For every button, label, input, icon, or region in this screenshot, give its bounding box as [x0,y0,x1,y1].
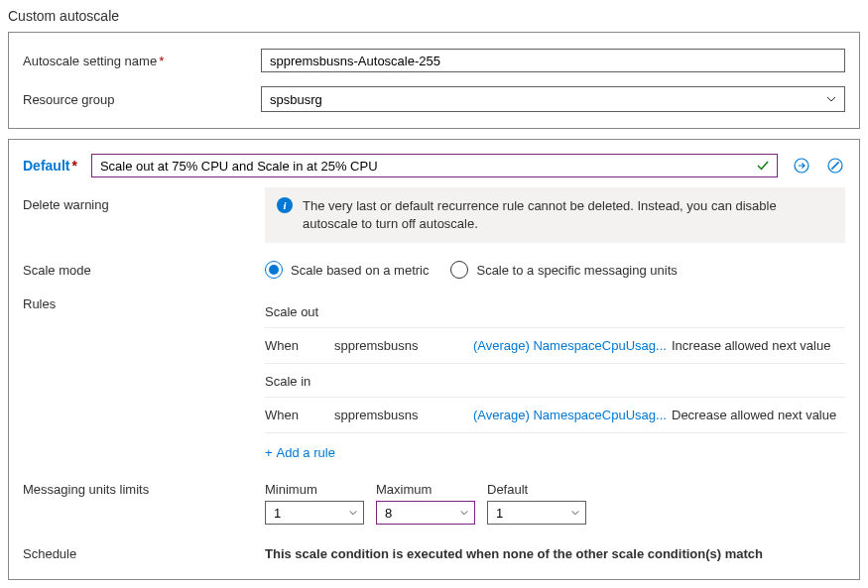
scale-mode-radio-group: Scale based on a metric Scale to a speci… [265,261,845,279]
scale-mode-specific-radio[interactable]: Scale to a specific messaging units [450,261,677,279]
plus-icon: + [265,445,273,460]
rules-label: Rules [23,296,265,311]
delete-warning-text: The very last or default recurrence rule… [303,197,833,233]
cancel-icon[interactable] [825,156,845,176]
scale-in-rule-row: When sppremsbusns (Average) NamespaceCpu… [265,398,845,433]
confirm-icon[interactable] [792,156,811,176]
rule-when-label: When [265,338,334,353]
checkmark-icon [756,159,770,173]
scale-out-title: Scale out [265,296,845,328]
condition-panel: Default* Delete warning i The very last … [8,139,860,580]
default-label: Default [487,482,586,497]
required-asterisk: * [159,54,164,68]
page-title: Custom autoscale [8,8,860,24]
rule-resource: sppremsbusns [334,338,473,353]
scale-mode-metric-radio[interactable]: Scale based on a metric [265,261,429,279]
rule-when-label: When [265,408,334,422]
schedule-text: This scale condition is executed when no… [265,546,845,561]
condition-name-input[interactable] [91,154,778,177]
schedule-label: Schedule [23,546,265,561]
maximum-label: Maximum [376,482,475,497]
required-asterisk: * [71,158,76,174]
condition-header: Default* [9,140,859,187]
rule-metric-link[interactable]: (Average) NamespaceCpuUsag... [473,338,672,353]
maximum-select[interactable]: 8 [376,501,475,525]
info-icon: i [277,197,293,213]
delete-warning-label: Delete warning [23,187,265,212]
autoscale-name-label: Autoscale setting name* [23,54,261,68]
condition-default-label: Default* [23,158,77,174]
settings-panel: Autoscale setting name* Resource group s… [8,32,860,129]
scale-in-title: Scale in [265,366,845,398]
resource-group-select[interactable]: spsbusrg [261,86,845,112]
autoscale-name-input[interactable] [261,49,845,72]
default-select[interactable]: 1 [487,501,586,525]
rule-metric-link[interactable]: (Average) NamespaceCpuUsag... [473,408,672,422]
radio-circle-icon [265,261,283,279]
rule-action: Decrease allowed next value [672,408,845,422]
minimum-label: Minimum [265,482,364,497]
scale-mode-label: Scale mode [23,263,265,278]
scale-out-rule-row: When sppremsbusns (Average) NamespaceCpu… [265,328,845,364]
resource-group-label: Resource group [23,92,261,107]
rule-action: Increase allowed next value [672,338,845,353]
rule-resource: sppremsbusns [334,408,473,422]
add-rule-link[interactable]: + Add a rule [265,435,845,464]
delete-warning-info: i The very last or default recurrence ru… [265,187,845,243]
radio-circle-icon [450,261,468,279]
minimum-select[interactable]: 1 [265,501,364,525]
messaging-limits-label: Messaging units limits [23,482,265,497]
